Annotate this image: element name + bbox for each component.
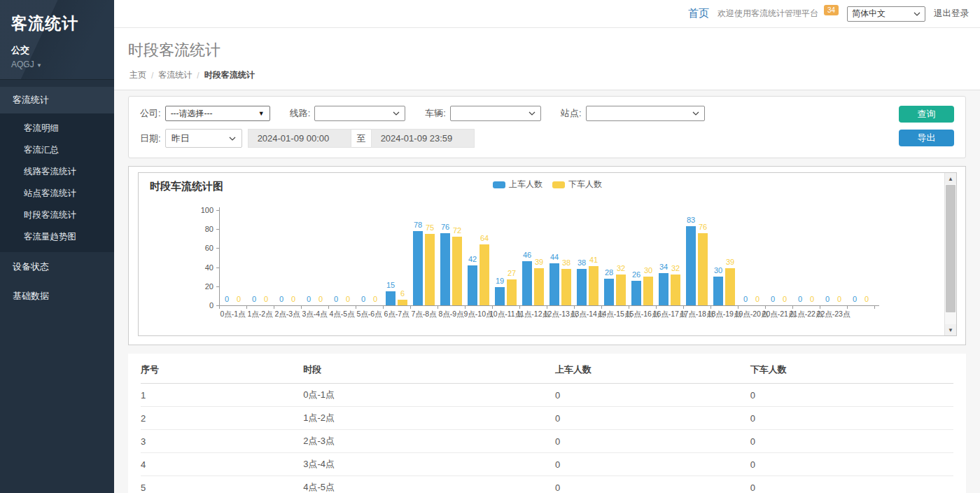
sidebar-subitem[interactable]: 客流量趋势图	[0, 226, 114, 248]
chart-bar	[604, 279, 614, 305]
chart-bar	[479, 244, 489, 305]
chart-bar	[643, 277, 653, 305]
table-cell: 3	[141, 430, 303, 453]
chart-bar	[413, 231, 423, 305]
chart-bar	[468, 265, 477, 305]
x-tick	[601, 306, 602, 309]
table-header-cell: 序号	[141, 355, 303, 384]
chart-bar	[577, 269, 587, 305]
sidebar-subitem[interactable]: 时段客流统计	[0, 204, 114, 226]
page-head: 时段客流统计 主页/客流统计/时段客流统计	[114, 28, 980, 90]
sidebar-subitem[interactable]: 站点客流统计	[0, 183, 114, 204]
table-cell: 5	[141, 476, 303, 493]
scroll-up-icon[interactable]: ▲	[945, 173, 956, 184]
search-button[interactable]: 查询	[899, 106, 954, 123]
x-tick	[765, 306, 766, 309]
x-axis	[219, 305, 879, 306]
y-tick-label: 80	[192, 225, 214, 233]
x-tick	[383, 306, 384, 309]
chevron-down-icon	[229, 137, 236, 141]
y-tick-label: 20	[192, 282, 214, 291]
legend-label: 下车人数	[568, 179, 602, 190]
topbar: 首页 欢迎使用客流统计管理平台 34 简体中文 退出登录	[114, 0, 980, 28]
chart-bar	[671, 275, 680, 305]
date-from-input[interactable]: 2024-01-09 00:00	[248, 129, 351, 148]
chevron-down-icon	[913, 12, 920, 16]
breadcrumb-link[interactable]: 主页	[130, 69, 146, 81]
station-select[interactable]	[586, 106, 705, 121]
org-code-dropdown[interactable]: AQGJ ▼	[11, 60, 103, 69]
sidebar-subitem[interactable]: 线路客流统计	[0, 161, 114, 183]
bar-value-label: 27	[500, 269, 524, 277]
date-preset-select[interactable]: 昨日	[165, 129, 242, 148]
sidebar-item[interactable]: 设备状态	[0, 252, 114, 282]
breadcrumb-link[interactable]: 客流统计	[158, 69, 192, 81]
chart-vertical-scrollbar[interactable]: ▲ ▼	[944, 173, 956, 335]
brand-box: 客流统计 公交 AQGJ ▼	[0, 0, 114, 80]
vehicle-select[interactable]	[450, 106, 541, 121]
chart-bar	[659, 273, 668, 305]
language-select[interactable]: 简体中文	[847, 6, 925, 22]
table-cell: 2	[141, 407, 303, 430]
chart-bar	[631, 281, 641, 305]
table-cell: 2点-3点	[303, 430, 555, 453]
chart-bar	[616, 275, 626, 305]
bar-value-label: 39	[718, 258, 742, 266]
y-tick	[216, 248, 219, 249]
y-tick	[216, 229, 219, 230]
company-select[interactable]: ---请选择---▼	[165, 106, 270, 121]
x-tick	[438, 306, 438, 309]
chart-bar	[452, 237, 462, 305]
breadcrumb: 主页/客流统计/时段客流统计	[128, 61, 966, 90]
scroll-down-icon[interactable]: ▼	[945, 324, 956, 335]
sidebar-section-passenger-stats[interactable]: 客流统计	[0, 87, 114, 113]
table-row: 21点-2点00	[141, 407, 953, 430]
legend-item[interactable]: 上车人数	[493, 179, 542, 190]
table-cell: 0	[750, 476, 953, 493]
x-category-label: 22点-23点	[817, 310, 850, 319]
table-cell: 4	[141, 453, 303, 476]
stats-table: 序号时段上车人数下车人数 10点-1点0021点-2点0032点-3点0043点…	[141, 355, 953, 493]
export-button[interactable]: 导出	[899, 130, 954, 146]
x-tick	[738, 306, 738, 309]
chart-bar	[440, 233, 450, 305]
sidebar-subitem[interactable]: 客流明细	[0, 118, 114, 139]
sidebar-item[interactable]: 基础数据	[0, 282, 114, 311]
filter-row-2: 日期: 昨日 2024-01-09 00:00 至 2024-01-09 23:…	[140, 129, 954, 148]
table-card: 序号时段上车人数下车人数 10点-1点0021点-2点0032点-3点0043点…	[128, 354, 966, 493]
x-category-label: 7点-8点	[411, 310, 436, 319]
date-to-input[interactable]: 2024-01-09 23:59	[371, 129, 475, 148]
org-name: 公交	[11, 44, 103, 57]
y-tick-label: 60	[192, 244, 214, 252]
table-row: 54点-5点00	[141, 476, 953, 493]
x-tick	[710, 306, 711, 309]
chart-bar	[495, 287, 505, 305]
table-cell: 1点-2点	[303, 407, 555, 430]
scrollbar-thumb[interactable]	[946, 185, 955, 312]
notification-badge[interactable]: 34	[824, 5, 839, 15]
chart-bar	[550, 263, 559, 305]
x-tick	[301, 306, 302, 309]
table-cell: 0	[750, 453, 953, 476]
y-tick	[216, 286, 219, 287]
sidebar-items: 设备状态基础数据	[0, 252, 114, 311]
logout-link[interactable]: 退出登录	[934, 8, 969, 20]
line-select[interactable]	[314, 106, 405, 121]
sidebar-submenu: 客流明细客流汇总线路客流统计站点客流统计时段客流统计客流量趋势图	[0, 113, 114, 252]
table-header-cell: 时段	[303, 355, 555, 384]
chevron-down-icon: ▼	[36, 62, 42, 69]
home-link[interactable]: 首页	[688, 7, 709, 20]
y-tick	[216, 268, 219, 268]
bar-value-label: 64	[472, 234, 496, 242]
table-cell: 0	[555, 453, 750, 476]
sidebar-subitem[interactable]: 客流汇总	[0, 139, 114, 161]
breadcrumb-separator: /	[151, 71, 153, 81]
x-tick	[219, 306, 220, 309]
date-label: 日期:	[140, 132, 161, 145]
x-tick	[410, 306, 411, 309]
filter-row-1: 公司: ---请选择---▼ 线路: 车辆: 站点:	[140, 106, 954, 121]
x-tick	[492, 306, 493, 309]
bar-value-label: 15	[379, 281, 402, 289]
legend-item[interactable]: 下车人数	[552, 179, 602, 190]
station-label: 站点:	[561, 107, 582, 120]
